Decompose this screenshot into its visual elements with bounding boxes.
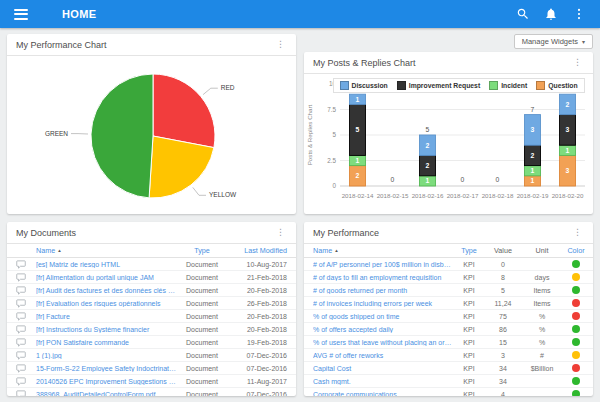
document-name-link[interactable]: 15-Form-S-22 Employee Safety Indoctrinat… bbox=[36, 365, 177, 372]
status-dot-yellow bbox=[572, 351, 580, 359]
document-name-link[interactable]: [fr] Évaluation des risques opérationnel… bbox=[36, 300, 177, 307]
kpi-value: 4 bbox=[485, 391, 521, 397]
kpi-name-link[interactable]: Corporate communications bbox=[313, 391, 453, 397]
column-header-name[interactable]: Name▲ bbox=[304, 246, 453, 255]
top-navbar: HOME bbox=[0, 0, 600, 28]
kpi-name-link[interactable]: # of days to fill an employment requisit… bbox=[313, 274, 453, 281]
document-name-link[interactable]: [fr] PON Satisfaire commande bbox=[36, 339, 177, 346]
document-name-link[interactable]: 388968_AuditDetailedControlForm.pdf bbox=[36, 391, 177, 397]
pie-slice-label: GREEN bbox=[45, 130, 68, 137]
manage-widgets-button[interactable]: Manage Widgets ▾ bbox=[514, 34, 593, 49]
kpi-value: 3 bbox=[485, 352, 521, 359]
navbar-right bbox=[512, 3, 590, 25]
document-last-modified: 19-Feb-2018 bbox=[227, 339, 296, 346]
status-dot-red bbox=[572, 312, 580, 320]
pie-label-leader-line bbox=[203, 88, 218, 94]
document-type: Document bbox=[177, 261, 227, 268]
column-header-color[interactable]: Color bbox=[563, 246, 593, 255]
x-tick-label: 2018-02-16 bbox=[412, 192, 444, 199]
kpi-name-cell: Cash mgmt. bbox=[304, 378, 453, 385]
document-name-link[interactable]: 20140526 EPC Improvement Suggestions (3)… bbox=[36, 378, 177, 385]
pie-slice-yellow[interactable] bbox=[149, 136, 214, 198]
kpi-row: Capital CostKPI34$Billion bbox=[304, 362, 593, 375]
kpi-value: 11,24 bbox=[485, 300, 521, 307]
kpi-name-link[interactable]: AVG # of offer reworks bbox=[313, 352, 453, 359]
document-name-link[interactable]: 1 (1).jpg bbox=[36, 352, 177, 359]
column-header-value[interactable]: Value bbox=[485, 246, 521, 255]
bell-icon[interactable] bbox=[540, 3, 562, 25]
legend-item-improvement-request[interactable]: Improvement Request bbox=[397, 81, 480, 90]
legend-swatch bbox=[536, 81, 545, 90]
document-name-link[interactable]: [es] Matriz de riesgo HTML bbox=[36, 261, 177, 268]
kpi-type: KPI bbox=[453, 287, 485, 294]
y-axis-title: Posts & Replies Chart bbox=[306, 104, 313, 165]
x-tick-label: 2018-02-20 bbox=[552, 192, 584, 199]
document-bubble-icon bbox=[7, 299, 36, 308]
document-name-link[interactable]: [fr] Instructions du Système financier bbox=[36, 326, 177, 333]
document-last-modified: 11-Aug-2017 bbox=[227, 378, 296, 385]
page-title: HOME bbox=[62, 8, 97, 20]
widget-title: My Posts & Replies Chart bbox=[313, 58, 416, 68]
document-name-link[interactable]: [fr] Audit des factures et des données c… bbox=[36, 287, 177, 294]
kpi-name-link[interactable]: Capital Cost bbox=[313, 365, 453, 372]
legend-item-question[interactable]: Question bbox=[536, 81, 577, 90]
document-bubble-icon bbox=[7, 260, 36, 269]
kebab-menu-icon[interactable] bbox=[568, 3, 590, 25]
document-name-cell: [fr] Facture bbox=[36, 313, 177, 320]
kpi-name-link[interactable]: Cash mgmt. bbox=[313, 378, 453, 385]
kpi-name-cell: Capital Cost bbox=[304, 365, 453, 372]
right-column: Manage Widgets ▾ My Posts & Replies Char… bbox=[304, 34, 593, 396]
hamburger-menu-icon[interactable] bbox=[10, 3, 32, 25]
kpi-name-link[interactable]: # of invoices including errors per week bbox=[313, 300, 453, 307]
kpi-name-cell: % of users that leave without placing an… bbox=[304, 339, 453, 346]
chevron-down-icon: ▾ bbox=[582, 38, 585, 45]
kpi-name-link[interactable]: # of goods returned per month bbox=[313, 287, 453, 294]
legend-label: Discussion bbox=[351, 82, 387, 89]
legend-item-discussion[interactable]: Discussion bbox=[339, 81, 387, 90]
search-icon[interactable] bbox=[512, 3, 534, 25]
kpi-unit: days bbox=[521, 274, 563, 281]
kpi-name-link[interactable]: % of goods shipped on time bbox=[313, 313, 453, 320]
kpi-type: KPI bbox=[453, 313, 485, 320]
column-header-type[interactable]: Type bbox=[177, 246, 227, 255]
kpi-value: 34 bbox=[485, 365, 521, 372]
legend-swatch bbox=[397, 81, 406, 90]
kpi-name-link[interactable]: # of A/P personnel per 100$ million in d… bbox=[313, 261, 453, 268]
kpi-color-cell bbox=[563, 273, 593, 281]
document-name-link[interactable]: [fr] Alimentation du portail unique JAM bbox=[36, 274, 177, 281]
column-header-unit[interactable]: Unit bbox=[521, 246, 563, 255]
bar-total-label: 0 bbox=[496, 176, 500, 183]
document-type: Document bbox=[177, 313, 227, 320]
column-header-last-modified[interactable]: Last Modified bbox=[227, 246, 296, 255]
document-name-cell: 15-Form-S-22 Employee Safety Indoctrinat… bbox=[36, 365, 177, 372]
kpi-row: % of goods shipped on timeKPI75% bbox=[304, 310, 593, 323]
legend-item-incident[interactable]: Incident bbox=[489, 81, 527, 90]
my-performance-widget: My Performance ⋮ Name▲TypeValueUnitColor… bbox=[304, 222, 593, 396]
widget-menu-kebab-icon[interactable]: ⋮ bbox=[274, 228, 287, 237]
document-row: [fr] Alimentation du portail unique JAMD… bbox=[7, 271, 296, 284]
kpi-color-cell bbox=[563, 390, 593, 396]
y-tick-label: 7.5 bbox=[327, 106, 336, 113]
performance-chart-header: My Performance Chart ⋮ bbox=[7, 34, 296, 56]
pie-slice-green[interactable] bbox=[91, 74, 153, 198]
document-name-cell: [fr] Alimentation du portail unique JAM bbox=[36, 274, 177, 281]
left-column: My Performance Chart ⋮ REDYELLOWGREEN My… bbox=[7, 34, 296, 396]
column-header-type[interactable]: Type bbox=[453, 246, 485, 255]
chart-legend: DiscussionImprovement RequestIncidentQue… bbox=[332, 78, 584, 93]
kpi-name-link[interactable]: % of offers accepted daily bbox=[313, 326, 453, 333]
widget-menu-kebab-icon[interactable]: ⋮ bbox=[571, 228, 584, 237]
document-name-cell: 20140526 EPC Improvement Suggestions (3)… bbox=[36, 378, 177, 385]
widget-menu-kebab-icon[interactable]: ⋮ bbox=[571, 58, 584, 67]
widget-menu-kebab-icon[interactable]: ⋮ bbox=[274, 40, 287, 49]
column-header-name[interactable]: Name▲ bbox=[36, 246, 177, 255]
pie-slice-red[interactable] bbox=[153, 74, 215, 148]
document-row: [fr] Évaluation des risques opérationnel… bbox=[7, 297, 296, 310]
document-row: 388968_AuditDetailedControlForm.pdfDocum… bbox=[7, 388, 296, 396]
kpi-name-cell: # of A/P personnel per 100$ million in d… bbox=[304, 261, 453, 268]
kpi-name-link[interactable]: % of users that leave without placing an… bbox=[313, 339, 453, 346]
kpi-value: 15 bbox=[485, 339, 521, 346]
kpi-unit: % bbox=[521, 326, 563, 333]
status-dot-green bbox=[572, 260, 580, 268]
widget-toolbar: Manage Widgets ▾ bbox=[304, 34, 593, 49]
document-name-link[interactable]: [fr] Facture bbox=[36, 313, 177, 320]
